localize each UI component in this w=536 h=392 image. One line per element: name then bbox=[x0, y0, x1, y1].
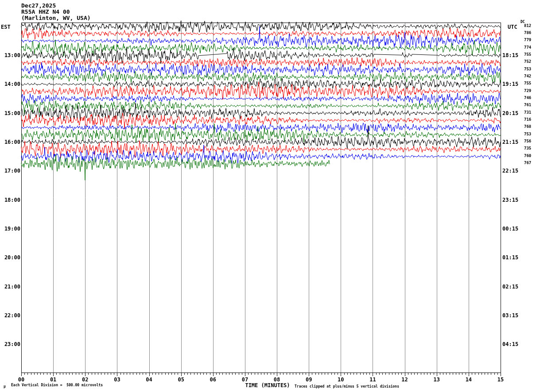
dc-value: 746 bbox=[524, 96, 536, 100]
right-time-label: 01:15 bbox=[502, 254, 522, 261]
helicorder-page: { "header": { "date": "Dec27,2025", "sta… bbox=[0, 0, 536, 392]
x-axis-tick-label: 05 bbox=[178, 377, 184, 383]
dc-value: 779 bbox=[524, 38, 536, 42]
x-axis-tick-label: 13 bbox=[433, 377, 439, 383]
left-time-label: 15:00 bbox=[2, 110, 20, 116]
right-time-label: 22:15 bbox=[502, 168, 522, 174]
left-time-label: 17:00 bbox=[2, 168, 20, 174]
header-location: (Marlinton, WV, USA) bbox=[21, 15, 91, 21]
x-axis-tick-label: 00 bbox=[18, 377, 24, 383]
x-axis-tick-label: 03 bbox=[114, 377, 120, 383]
dc-value: 753 bbox=[524, 67, 536, 71]
left-time-label: 16:00 bbox=[2, 139, 20, 145]
x-axis-tick-label: 09 bbox=[306, 377, 312, 383]
dc-value: 756 bbox=[524, 139, 536, 143]
dc-value: 731 bbox=[524, 110, 536, 115]
dc-value: 753 bbox=[524, 132, 536, 136]
dc-value: 755 bbox=[524, 81, 536, 85]
x-axis-tick-label: 08 bbox=[274, 377, 280, 383]
microvolt-mark: µ bbox=[4, 384, 6, 388]
x-axis-tick-label: 15 bbox=[497, 377, 504, 383]
right-time-label: 21:15 bbox=[502, 139, 522, 145]
right-time-label: 23:15 bbox=[502, 197, 522, 203]
right-time-label: 04:15 bbox=[502, 341, 522, 347]
right-time-label: 20:15 bbox=[502, 110, 522, 116]
x-axis-tick-label: 06 bbox=[210, 377, 216, 383]
x-axis-tick-label: 07 bbox=[242, 377, 248, 383]
dc-value: 735 bbox=[524, 146, 536, 150]
right-time-label: 03:15 bbox=[502, 312, 522, 319]
left-time-label: 18:00 bbox=[2, 197, 20, 203]
left-time-label: 21:00 bbox=[2, 284, 20, 290]
right-axis-title: UTC bbox=[508, 24, 517, 30]
left-axis-title: EST bbox=[1, 24, 11, 30]
header-station: R55A HHZ N4 00 bbox=[21, 8, 70, 15]
scale-note: Each Vertical Division = 500.00 microvol… bbox=[11, 383, 103, 387]
dc-value: 729 bbox=[524, 88, 536, 93]
left-time-label: 22:00 bbox=[2, 312, 20, 319]
dc-value: 742 bbox=[524, 74, 536, 78]
dc-value: 768 bbox=[524, 124, 536, 129]
left-time-label: 14:00 bbox=[2, 81, 20, 87]
left-time-label: 20:00 bbox=[2, 254, 20, 261]
x-axis-tick-label: 14 bbox=[466, 377, 472, 383]
dc-value: 786 bbox=[524, 31, 536, 35]
right-time-label: 19:15 bbox=[502, 81, 522, 87]
dc-value: 755 bbox=[524, 52, 536, 57]
dc-value: 774 bbox=[524, 45, 536, 50]
left-time-label: 13:00 bbox=[2, 52, 20, 58]
dc-value: 760 bbox=[524, 154, 536, 158]
x-axis-tick-label: 11 bbox=[369, 377, 376, 383]
header-date: Dec27,2025 bbox=[21, 2, 56, 9]
x-axis-tick-label: 10 bbox=[338, 377, 344, 383]
right-time-label: 02:15 bbox=[502, 284, 522, 290]
x-axis-tick-label: 04 bbox=[146, 377, 152, 383]
dc-value: 716 bbox=[524, 117, 536, 122]
x-axis-tick-label: 01 bbox=[50, 377, 56, 383]
seismogram-traces-canvas bbox=[0, 0, 536, 392]
right-time-label: 00:15 bbox=[502, 226, 522, 232]
clip-note: Traces clipped at plus/minus 5 vertical … bbox=[295, 384, 399, 388]
dc-value: 767 bbox=[524, 161, 536, 165]
dc-value: 812 bbox=[524, 23, 536, 28]
dc-value: 752 bbox=[524, 59, 536, 64]
right-time-label: 18:15 bbox=[502, 52, 522, 58]
helicorder-plot: Dec27,2025 R55A HHZ N4 00 (Marlinton, WV… bbox=[0, 0, 536, 392]
x-axis-tick-label: 12 bbox=[401, 377, 408, 383]
dc-value: 761 bbox=[524, 103, 536, 107]
x-axis-tick-label: 02 bbox=[82, 377, 88, 383]
left-time-label: 23:00 bbox=[2, 341, 20, 347]
left-time-label: 19:00 bbox=[2, 226, 20, 232]
x-axis-title: TIME (MINUTES) bbox=[245, 382, 290, 388]
